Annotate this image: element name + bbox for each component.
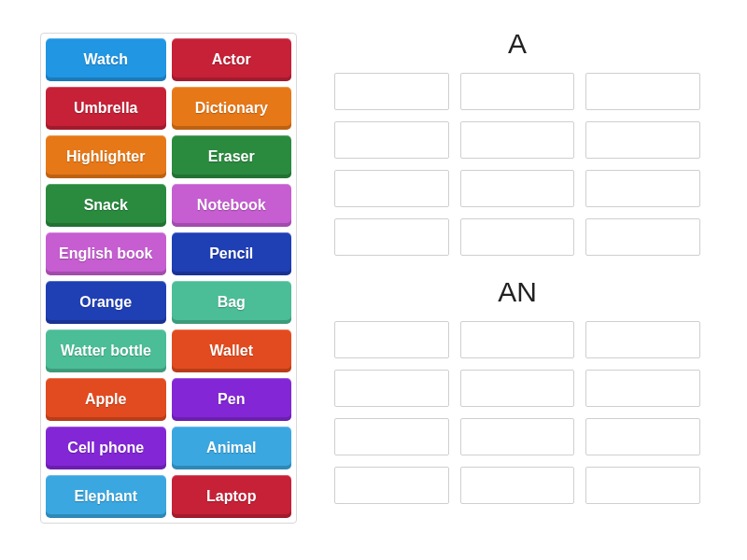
draggable-tile[interactable]: Highlighter xyxy=(46,135,166,178)
drop-group: A xyxy=(334,28,700,256)
draggable-tile[interactable]: Orange xyxy=(46,281,166,324)
draggable-tile[interactable]: Umbrella xyxy=(46,87,166,130)
drop-slot[interactable] xyxy=(334,218,449,256)
draggable-tile[interactable]: Watch xyxy=(46,38,166,81)
draggable-tile[interactable]: Notebook xyxy=(172,184,292,227)
drop-slot[interactable] xyxy=(460,170,575,207)
drop-slot[interactable] xyxy=(334,370,449,407)
group-title: A xyxy=(334,28,700,60)
drop-slot[interactable] xyxy=(334,418,449,455)
drop-slot[interactable] xyxy=(585,170,700,207)
drop-slot[interactable] xyxy=(334,467,449,504)
group-title: AN xyxy=(334,276,700,308)
drop-slot[interactable] xyxy=(460,121,575,159)
draggable-tile[interactable]: Laptop xyxy=(172,475,292,518)
drop-slot[interactable] xyxy=(585,218,700,256)
drop-slot[interactable] xyxy=(585,370,700,407)
drop-slot[interactable] xyxy=(334,321,449,358)
draggable-tile[interactable]: Eraser xyxy=(172,135,292,178)
drop-slot[interactable] xyxy=(460,370,575,407)
drop-slot[interactable] xyxy=(460,321,575,358)
drop-slot[interactable] xyxy=(585,467,700,504)
drop-group: AN xyxy=(334,276,700,504)
draggable-tile[interactable]: Elephant xyxy=(46,475,166,518)
source-panel: WatchActorUmbrellaDictionaryHighlighterE… xyxy=(40,33,297,524)
draggable-tile[interactable]: Pencil xyxy=(172,232,292,275)
draggable-tile[interactable]: Wallet xyxy=(172,329,292,372)
drop-slot[interactable] xyxy=(585,418,700,455)
drop-slot[interactable] xyxy=(334,121,449,159)
drop-slot[interactable] xyxy=(585,73,700,110)
drop-slot[interactable] xyxy=(460,73,575,110)
drop-slot[interactable] xyxy=(460,418,575,455)
slot-grid xyxy=(334,321,700,504)
drop-slot[interactable] xyxy=(585,121,700,159)
drop-slot[interactable] xyxy=(334,73,449,110)
draggable-tile[interactable]: Animal xyxy=(172,427,292,469)
drop-slot[interactable] xyxy=(460,467,575,504)
drop-slot[interactable] xyxy=(460,218,575,256)
activity-canvas: WatchActorUmbrellaDictionaryHighlighterE… xyxy=(0,0,747,560)
slot-grid xyxy=(334,73,700,256)
draggable-tile[interactable]: Snack xyxy=(46,184,166,227)
draggable-tile[interactable]: Pen xyxy=(172,378,292,421)
draggable-tile[interactable]: Bag xyxy=(172,281,292,324)
draggable-tile[interactable]: Actor xyxy=(172,38,292,81)
draggable-tile[interactable]: Cell phone xyxy=(46,427,166,469)
draggable-tile[interactable]: Watter bottle xyxy=(46,329,166,372)
draggable-tile[interactable]: Dictionary xyxy=(172,87,292,130)
drop-slot[interactable] xyxy=(334,170,449,207)
drop-slot[interactable] xyxy=(585,321,700,358)
draggable-tile[interactable]: Apple xyxy=(46,378,166,421)
draggable-tile[interactable]: English book xyxy=(46,232,166,275)
groups-area: AAN xyxy=(334,28,700,525)
